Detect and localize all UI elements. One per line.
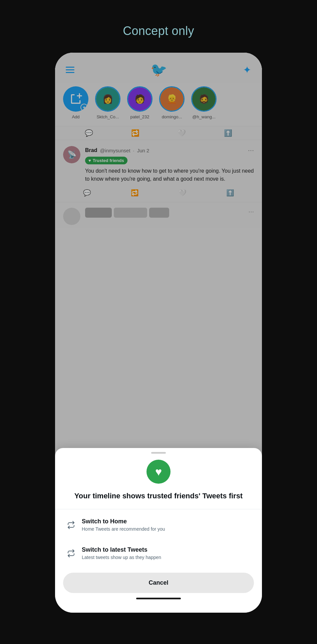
tweet-avatar-partial [63,208,80,225]
story-item-2[interactable]: 🧑 patel_232 [127,86,152,119]
heart-badge-icon: ♥ [88,158,91,163]
retweet-icon[interactable]: 🔁 [131,189,139,197]
story-avatar-4[interactable]: 🧔 [191,86,217,112]
option-latest-text: Switch to latest Tweets Latest tweets sh… [82,546,161,560]
twitter-bird-icon: 🐦 [150,62,167,78]
tweet-author-name: Brad [85,147,97,153]
story-add[interactable]: + Add [63,86,88,119]
previous-tweet-actions: 💬 🔁 🤍 ⬆️ [55,126,262,140]
story-name-1: Sktch_Co... [96,114,119,119]
tweet-text: You don't need to know how to get to whe… [85,167,254,183]
reply-icon[interactable]: 💬 [83,189,91,197]
option-switch-home[interactable]: Switch to Home Home Tweets are recommend… [55,511,262,539]
tweet-more-icon[interactable]: ··· [248,146,254,155]
sheet-handle [151,452,166,454]
sheet-heart-icon: ♥ [155,465,162,478]
tweet-dot: · [133,148,134,153]
story-name-3: domingo... [162,114,182,119]
sheet-title: Your timeline shows trusted friends' Twe… [55,491,262,501]
story-item-3[interactable]: 👱 domingo... [159,86,185,119]
story-name-2: patel_232 [130,114,149,119]
like-icon-prev[interactable]: 🤍 [178,129,186,137]
story-add-label: Add [72,114,79,119]
option-latest-desc: Latest tweets show up as they happen [82,555,161,560]
reply-icon-prev[interactable]: 💬 [85,129,93,137]
story-item-1[interactable]: 👩 Sktch_Co... [95,86,120,119]
hamburger-icon[interactable] [66,67,74,73]
add-plus-icon: + [80,104,88,111]
sheet-divider [55,509,262,509]
retweet-icon-prev[interactable]: 🔁 [131,129,139,137]
sheet-icon-circle: ♥ [146,460,171,484]
story-avatar-2[interactable]: 🧑 [127,86,152,112]
story-avatar-1[interactable]: 👩 [95,86,120,112]
twitter-nav: 🐦 ✦ [55,53,262,83]
trusted-badge-label: Trusted friends [93,158,124,163]
share-icon-prev[interactable]: ⬆️ [224,129,232,137]
tweet-header: 📡 Brad @inmysunset · Jun 2 ··· ♥ Trusted… [63,146,254,187]
option-latest-title: Switch to latest Tweets [82,546,161,553]
option-home-desc: Home Tweets are recommended for you [82,526,165,532]
tweet-media-row [85,208,244,218]
tweet-actions-brad: 💬 🔁 🤍 ⬆️ [63,187,254,201]
like-icon[interactable]: 🤍 [179,189,187,197]
tweet-handle: @inmysunset [100,148,130,153]
twitter-app-background: 🐦 ✦ + Add 👩 Sktch_Co... [55,53,262,613]
story-name-4: @h_wang... [192,114,216,119]
switch-icon-2 [67,549,75,557]
tweet-avatar-brad[interactable]: 📡 [63,146,80,163]
story-item-4[interactable]: 🧔 @h_wang... [191,86,217,119]
partial-more-icon[interactable]: ··· [248,208,254,215]
tweet-author-line: Brad @inmysunset · Jun 2 ··· [85,146,254,155]
sparkle-icon[interactable]: ✦ [243,64,251,76]
share-icon[interactable]: ⬆️ [226,189,234,197]
tweet-card-partial: ··· [55,202,262,228]
tweet-meta-brad: Brad @inmysunset · Jun 2 ··· ♥ Trusted f… [85,146,254,187]
story-avatar-3[interactable]: 👱 [159,86,185,112]
media-thumb-3 [149,208,169,218]
tweet-date: Jun 2 [137,148,149,153]
option-home-text: Switch to Home Home Tweets are recommend… [82,518,165,532]
home-indicator [136,598,181,599]
media-thumb-2 [114,208,147,218]
tweet-card-brad: 📡 Brad @inmysunset · Jun 2 ··· ♥ Trusted… [55,140,262,202]
bottom-sheet: ♥ Your timeline shows trusted friends' T… [55,448,262,613]
switch-icon-1 [67,521,75,529]
stories-row: + Add 👩 Sktch_Co... 🧑 patel_232 [55,83,262,126]
option-switch-latest[interactable]: Switch to latest Tweets Latest tweets sh… [55,539,262,567]
cancel-button[interactable]: Cancel [63,573,254,593]
option-home-title: Switch to Home [82,518,165,525]
media-thumb-1 [85,208,112,218]
concept-title: Concept only [123,24,194,38]
trusted-badge: ♥ Trusted friends [85,157,127,164]
phone-shell: 🐦 ✦ + Add 👩 Sktch_Co... [55,53,262,613]
add-story-avatar[interactable]: + [63,86,88,112]
